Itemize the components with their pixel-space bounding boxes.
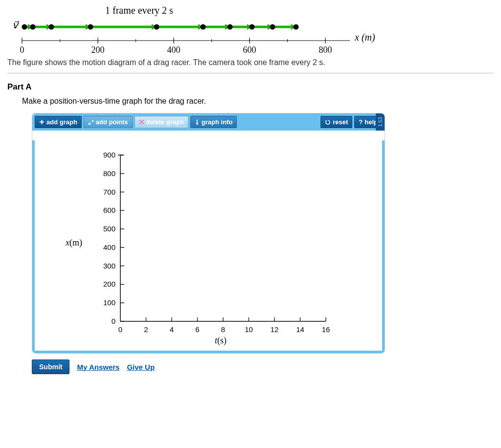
delete-icon: [139, 119, 144, 125]
svg-text:8: 8: [221, 325, 225, 334]
delete-graph-button[interactable]: delete graph: [135, 116, 188, 128]
svg-text:4: 4: [170, 325, 174, 334]
svg-text:500: 500: [103, 224, 115, 233]
svg-text:16: 16: [322, 325, 330, 334]
figure-description: The figure shows the motion diagram of a…: [7, 58, 494, 67]
svg-point-38: [201, 24, 206, 30]
reset-icon: [325, 119, 331, 125]
y-axis-label: x(m): [65, 238, 82, 248]
svg-point-36: [88, 24, 93, 30]
svg-text:14: 14: [296, 325, 304, 334]
svg-text:0: 0: [112, 317, 115, 325]
svg-text:300: 300: [103, 262, 115, 270]
graph-toolbar: add graph add points delete graph graph …: [32, 113, 385, 131]
motion-diagram: 0200400600800 x (m) v⃗: [7, 16, 389, 55]
part-instruction: Make a position-versus-time graph for th…: [22, 97, 494, 106]
plus-icon: [39, 119, 45, 125]
svg-text:900: 900: [103, 151, 115, 159]
svg-text:600: 600: [243, 45, 256, 55]
add-points-label: add points: [96, 118, 128, 126]
svg-point-33: [22, 24, 27, 30]
svg-text:100: 100: [103, 298, 115, 307]
svg-text:10: 10: [245, 325, 253, 334]
divider: [7, 73, 494, 73]
svg-text:700: 700: [103, 188, 115, 196]
submit-row: Submit My Answers Give Up: [32, 359, 494, 374]
submit-button[interactable]: Submit: [32, 359, 69, 374]
graph-info-label: graph info: [202, 118, 233, 126]
svg-text:200: 200: [103, 280, 115, 288]
info-icon: [195, 119, 200, 125]
x-axis-label: t(s): [215, 336, 227, 346]
my-answers-link[interactable]: My Answers: [77, 363, 119, 371]
graph-widget: add graph add points delete graph graph …: [32, 113, 385, 354]
reset-button[interactable]: reset: [320, 116, 352, 128]
add-graph-label: add graph: [46, 118, 77, 126]
svg-text:0: 0: [20, 45, 24, 55]
version-tab: 1.53: [376, 113, 385, 131]
svg-text:0: 0: [118, 325, 122, 334]
svg-rect-50: [196, 122, 198, 125]
svg-point-35: [49, 24, 54, 30]
svg-point-41: [270, 24, 275, 30]
help-icon: ?: [359, 118, 363, 126]
add-graph-button[interactable]: add graph: [35, 116, 82, 128]
svg-text:2: 2: [144, 325, 148, 334]
graph-canvas[interactable]: x(m) t(s) 0100200300400500600700800900 0…: [32, 140, 385, 353]
svg-point-49: [196, 119, 198, 121]
svg-text:600: 600: [103, 206, 115, 214]
svg-rect-46: [92, 120, 93, 122]
svg-text:12: 12: [271, 325, 279, 334]
diagram-title: 1 frame every 2 s: [105, 5, 494, 16]
svg-rect-45: [89, 123, 91, 125]
part-label: Part A: [7, 82, 494, 92]
give-up-link[interactable]: Give Up: [127, 363, 155, 371]
svg-point-40: [250, 24, 255, 30]
svg-text:800: 800: [319, 45, 332, 55]
svg-text:6: 6: [195, 325, 199, 334]
svg-text:400: 400: [103, 243, 115, 251]
delete-graph-label: delete graph: [146, 118, 184, 126]
v-label: v⃗: [12, 20, 19, 30]
svg-text:200: 200: [91, 45, 105, 55]
svg-point-34: [30, 24, 36, 30]
add-points-button[interactable]: add points: [84, 116, 133, 128]
points-icon: [88, 119, 94, 125]
svg-point-39: [228, 24, 233, 30]
svg-text:800: 800: [103, 169, 115, 178]
svg-point-42: [294, 24, 299, 30]
svg-text:400: 400: [167, 45, 181, 55]
graph-info-button[interactable]: graph info: [190, 116, 237, 128]
reset-label: reset: [333, 118, 348, 126]
svg-point-37: [154, 24, 159, 30]
axis-label: x (m): [354, 32, 375, 43]
